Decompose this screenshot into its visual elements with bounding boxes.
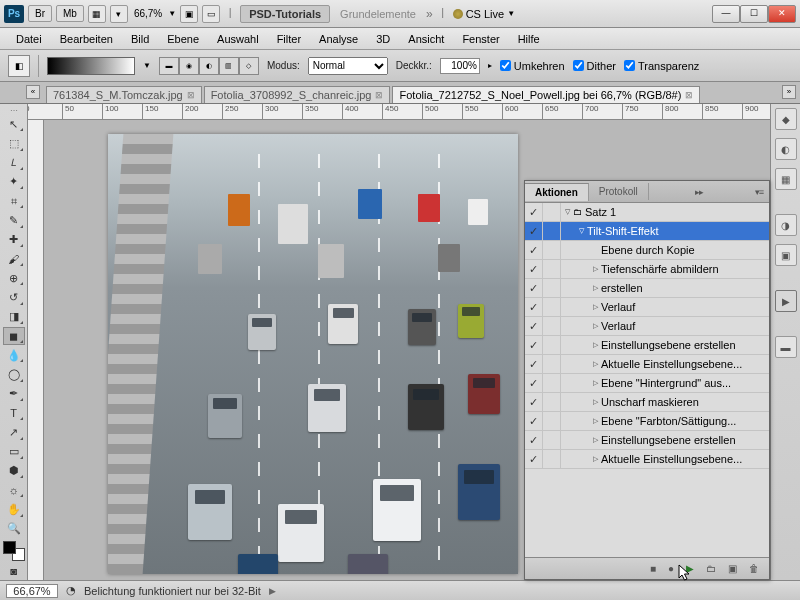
move-tool[interactable]: ↖ [3, 115, 25, 133]
menu-bearbeiten[interactable]: Bearbeiten [52, 31, 121, 47]
type-tool[interactable]: T [3, 404, 25, 422]
tab-protokoll[interactable]: Protokoll [589, 183, 649, 200]
tabs-scroll-right-icon[interactable]: » [782, 85, 796, 99]
status-info-icon[interactable]: ◔ [66, 584, 76, 597]
menu-ebene[interactable]: Ebene [159, 31, 207, 47]
action-dialog-toggle[interactable] [543, 317, 561, 335]
action-toggle-checkbox[interactable]: ✓ [525, 431, 543, 449]
zoom-level[interactable]: 66,7% [132, 7, 164, 20]
action-toggle-checkbox[interactable]: ✓ [525, 222, 543, 240]
action-row[interactable]: ✓▷Verlauf [525, 317, 769, 336]
shape-tool[interactable]: ▭ [3, 443, 25, 461]
pen-tool[interactable]: ✒ [3, 385, 25, 403]
gradient-radial-icon[interactable]: ◉ [179, 57, 199, 75]
document-tab[interactable]: Fotolia_3708992_S_chanreic.jpg⊠ [204, 86, 391, 103]
workspace-more-icon[interactable]: » [426, 7, 433, 21]
3d-tool[interactable]: ⬢ [3, 462, 25, 480]
healing-tool[interactable]: ✚ [3, 231, 25, 249]
play-action-icon[interactable]: ▶ [686, 563, 694, 574]
disclosure-icon[interactable]: ▷ [593, 436, 598, 444]
stop-action-icon[interactable]: ■ [650, 563, 656, 574]
panel-collapse-icon[interactable]: ▸▸ [689, 187, 709, 197]
action-dialog-toggle[interactable] [543, 336, 561, 354]
blur-tool[interactable]: 💧 [3, 346, 25, 364]
action-toggle-checkbox[interactable]: ✓ [525, 260, 543, 278]
document-canvas[interactable] [108, 134, 518, 574]
action-row[interactable]: ✓▷Unscharf maskieren [525, 393, 769, 412]
cs-live-button[interactable]: CS Live▼ [453, 8, 515, 20]
masks-panel-icon[interactable]: ▣ [775, 244, 797, 266]
maximize-button[interactable]: ☐ [740, 5, 768, 23]
action-toggle-checkbox[interactable]: ✓ [525, 279, 543, 297]
mini-bridge-button[interactable]: Mb [56, 5, 84, 22]
disclosure-icon[interactable]: ▷ [593, 322, 598, 330]
action-row[interactable]: ✓▽🗀Satz 1 [525, 203, 769, 222]
action-toggle-checkbox[interactable]: ✓ [525, 393, 543, 411]
disclosure-icon[interactable]: ▷ [593, 360, 598, 368]
action-dialog-toggle[interactable] [543, 298, 561, 316]
marquee-tool[interactable]: ⬚ [3, 134, 25, 152]
path-tool[interactable]: ↗ [3, 423, 25, 441]
panel-menu-icon[interactable]: ▾≡ [749, 187, 769, 197]
action-row[interactable]: ✓▷Ebene durch Kopie [525, 241, 769, 260]
document-tab[interactable]: Fotolia_7212752_S_Noel_Powell.jpg bei 66… [392, 86, 700, 103]
reverse-checkbox[interactable]: Umkehren [500, 60, 565, 72]
tab-close-icon[interactable]: ⊠ [375, 90, 383, 100]
close-button[interactable]: ✕ [768, 5, 796, 23]
action-dialog-toggle[interactable] [543, 279, 561, 297]
bridge-button[interactable]: Br [28, 5, 52, 22]
action-toggle-checkbox[interactable]: ✓ [525, 336, 543, 354]
action-dialog-toggle[interactable] [543, 374, 561, 392]
action-dialog-toggle[interactable] [543, 431, 561, 449]
action-dialog-toggle[interactable] [543, 412, 561, 430]
disclosure-icon[interactable]: ▷ [593, 398, 598, 406]
disclosure-icon[interactable]: ▷ [593, 284, 598, 292]
lasso-tool[interactable]: 𝘓 [3, 154, 25, 172]
action-toggle-checkbox[interactable]: ✓ [525, 241, 543, 259]
action-row[interactable]: ✓▷erstellen [525, 279, 769, 298]
transparency-checkbox[interactable]: Transparenz [624, 60, 699, 72]
action-toggle-checkbox[interactable]: ✓ [525, 317, 543, 335]
action-dialog-toggle[interactable] [543, 241, 561, 259]
actions-list[interactable]: ✓▽🗀Satz 1✓▽Tilt-Shift-Effekt✓▷Ebene durc… [525, 203, 769, 557]
quick-mask-icon[interactable]: ◙ [3, 562, 25, 580]
menu-hilfe[interactable]: Hilfe [510, 31, 548, 47]
gradient-tool[interactable]: ◼ [3, 327, 25, 345]
action-row[interactable]: ✓▷Einstellungsebene erstellen [525, 336, 769, 355]
tool-preset-icon[interactable]: ◧ [8, 55, 30, 77]
action-row[interactable]: ✓▷Ebene "Farbton/Sättigung... [525, 412, 769, 431]
layers-panel-icon[interactable]: ▬ [775, 336, 797, 358]
workspace-inactive[interactable]: Grundelemente [334, 8, 422, 20]
action-row[interactable]: ✓▷Tiefenschärfe abmildern [525, 260, 769, 279]
action-toggle-checkbox[interactable]: ✓ [525, 298, 543, 316]
action-row[interactable]: ✓▷Verlauf [525, 298, 769, 317]
action-toggle-checkbox[interactable]: ✓ [525, 355, 543, 373]
action-dialog-toggle[interactable] [543, 393, 561, 411]
action-dialog-toggle[interactable] [543, 450, 561, 468]
document-tab[interactable]: 761384_S_M.Tomczak.jpg⊠ [46, 86, 202, 103]
menu-3d[interactable]: 3D [368, 31, 398, 47]
action-row[interactable]: ✓▷Einstellungsebene erstellen [525, 431, 769, 450]
crop-tool[interactable]: ⌗ [3, 192, 25, 210]
color-swatches[interactable] [3, 541, 25, 561]
tab-close-icon[interactable]: ⊠ [187, 90, 195, 100]
brush-tool[interactable]: 🖌 [3, 250, 25, 268]
mode-dropdown[interactable]: Normal [308, 57, 388, 75]
action-row[interactable]: ✓▷Aktuelle Einstellungsebene... [525, 450, 769, 469]
color-panel-icon[interactable]: ◆ [775, 108, 797, 130]
menu-datei[interactable]: Datei [8, 31, 50, 47]
disclosure-icon[interactable]: ▷ [593, 341, 598, 349]
dodge-tool[interactable]: ◯ [3, 365, 25, 383]
action-dialog-toggle[interactable] [543, 355, 561, 373]
menu-analyse[interactable]: Analyse [311, 31, 366, 47]
workspace-active[interactable]: PSD-Tutorials [240, 5, 330, 23]
disclosure-icon[interactable]: ▷ [593, 265, 598, 273]
action-dialog-toggle[interactable] [543, 203, 561, 221]
gradient-preview[interactable] [47, 57, 135, 75]
record-action-icon[interactable]: ● [668, 563, 674, 574]
new-action-icon[interactable]: ▣ [728, 563, 737, 574]
disclosure-icon[interactable]: ▷ [593, 417, 598, 425]
disclosure-icon[interactable]: ▽ [565, 208, 570, 216]
disclosure-icon[interactable]: ▷ [593, 303, 598, 311]
view-extras-icon[interactable]: ▦ [88, 5, 106, 23]
